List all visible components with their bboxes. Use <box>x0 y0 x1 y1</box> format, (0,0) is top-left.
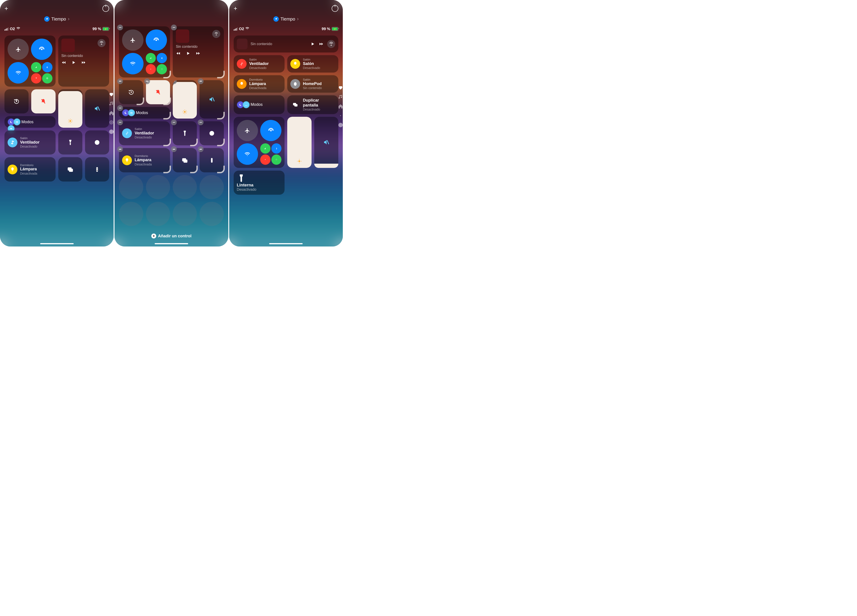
home-lamp-edit[interactable]: Dormitorio Lámpara Desactivada <box>119 148 170 172</box>
connectivity-tile[interactable] <box>234 117 285 168</box>
media-compact-tile[interactable]: Sin contenido <box>234 36 338 53</box>
page-add-icon[interactable] <box>109 129 114 135</box>
home-homepod-tile[interactable]: SalónHomePodSin contenido <box>287 75 338 93</box>
airplane-mode-button[interactable] <box>8 39 29 60</box>
orientation-lock-button[interactable] <box>5 89 29 113</box>
resize-handle[interactable] <box>136 98 144 105</box>
page-heart-icon[interactable] <box>109 91 114 97</box>
timer-edit[interactable] <box>200 121 224 145</box>
remove-button[interactable] <box>171 146 177 152</box>
connectivity-mini[interactable] <box>31 62 52 83</box>
play-icon[interactable] <box>186 51 190 56</box>
prev-icon[interactable] <box>176 51 181 56</box>
home-lamp-bedroom-tile[interactable]: DormitorioLámparaDesactivada <box>234 75 285 93</box>
breadcrumb[interactable]: Tiempo › <box>234 16 338 22</box>
breadcrumb[interactable]: Tiempo › <box>5 16 109 22</box>
resize-handle[interactable] <box>163 71 171 78</box>
page-music-icon[interactable] <box>338 94 343 99</box>
add-control-button[interactable]: + Añadir un control <box>151 234 192 238</box>
connectivity-tile-edit[interactable] <box>119 26 170 77</box>
resize-handle[interactable] <box>217 112 225 119</box>
flashlight-big-tile[interactable]: Linterna Desactivado <box>234 170 285 195</box>
brightness-slider[interactable] <box>58 89 82 128</box>
page-heart-icon[interactable] <box>338 85 343 90</box>
resize-handle[interactable] <box>190 166 198 173</box>
power-icon[interactable] <box>332 5 338 12</box>
remove-button[interactable] <box>198 78 204 84</box>
next-icon[interactable] <box>319 42 323 46</box>
page-home-icon[interactable] <box>109 110 114 116</box>
empty-slot[interactable] <box>119 175 143 199</box>
add-button[interactable]: + <box>5 5 8 12</box>
resize-handle[interactable] <box>163 139 171 146</box>
resize-handle[interactable] <box>190 139 198 146</box>
mute-button[interactable] <box>85 89 109 128</box>
connectivity-tile[interactable] <box>5 36 56 87</box>
resize-handle[interactable] <box>163 166 171 173</box>
airdrop-button[interactable] <box>31 39 52 60</box>
add-button[interactable]: + <box>234 5 237 12</box>
resize-handle[interactable] <box>217 139 225 146</box>
media-tile-edit[interactable]: Sin contenido <box>173 26 224 77</box>
page-connectivity-icon[interactable] <box>109 120 114 125</box>
empty-slot[interactable] <box>146 202 170 226</box>
remote-edit[interactable] <box>200 148 224 172</box>
remove-button[interactable] <box>144 78 150 84</box>
airplay-button[interactable] <box>327 40 335 48</box>
timer-button[interactable] <box>85 130 109 155</box>
volume-slider[interactable] <box>314 117 338 168</box>
airplay-button[interactable] <box>212 30 220 38</box>
media-tile[interactable]: Sin contenido <box>58 36 109 87</box>
play-icon[interactable] <box>310 42 315 46</box>
screen-mirror-button[interactable] <box>58 157 82 181</box>
wifi-button[interactable] <box>237 143 258 164</box>
remove-button[interactable] <box>171 119 177 125</box>
empty-slot[interactable] <box>119 202 143 226</box>
home-indicator[interactable] <box>269 243 303 244</box>
empty-slot[interactable] <box>200 202 224 226</box>
silent-mode-edit[interactable] <box>146 80 170 104</box>
page-home-icon[interactable] <box>338 104 343 109</box>
airplane-mode-button[interactable] <box>237 120 258 141</box>
prev-icon[interactable] <box>61 60 66 65</box>
next-icon[interactable] <box>195 51 200 56</box>
orientation-lock-edit[interactable] <box>119 80 143 104</box>
empty-slot[interactable] <box>200 175 224 199</box>
silent-mode-button[interactable] <box>31 89 55 113</box>
empty-slot[interactable] <box>173 175 197 199</box>
wifi-button[interactable] <box>122 53 143 74</box>
page-music-icon[interactable] <box>109 101 114 106</box>
resize-handle[interactable] <box>217 166 225 173</box>
airplay-button[interactable] <box>97 39 105 47</box>
remove-button[interactable] <box>171 25 177 30</box>
screen-mirror-edit[interactable] <box>173 148 197 172</box>
home-salon-tile[interactable]: SalónSalónDesactivado <box>287 55 338 73</box>
flashlight-edit[interactable] <box>173 121 197 145</box>
wifi-button[interactable] <box>8 62 29 83</box>
focus-modes-tile[interactable]: Modos <box>234 95 285 114</box>
remote-button[interactable] <box>85 157 109 181</box>
flashlight-button[interactable] <box>58 130 82 155</box>
resize-handle[interactable] <box>217 71 225 78</box>
resize-handle[interactable] <box>163 112 171 119</box>
power-icon[interactable] <box>102 5 109 12</box>
remove-button[interactable] <box>117 25 123 30</box>
mute-edit[interactable] <box>200 80 224 119</box>
remove-button[interactable] <box>117 78 123 84</box>
brightness-slider[interactable] <box>287 117 311 168</box>
remove-button[interactable] <box>117 146 123 152</box>
resize-handle[interactable] <box>190 112 197 119</box>
airdrop-button[interactable] <box>260 120 282 141</box>
remove-button[interactable] <box>198 146 204 152</box>
focus-modes-tile[interactable]: Modos <box>5 116 56 128</box>
home-fan-edit[interactable]: Salón Ventilador Desactivado <box>119 121 170 145</box>
home-indicator[interactable] <box>40 243 74 244</box>
page-add-icon[interactable] <box>338 122 343 128</box>
home-fan-tile[interactable]: SalónVentiladorDesactivado <box>234 55 285 73</box>
screen-mirror-tile[interactable]: Duplicar pantallaDesactivado <box>287 95 338 114</box>
page-connectivity-icon[interactable] <box>338 113 343 118</box>
empty-slot[interactable] <box>146 175 170 199</box>
home-fan-tile[interactable]: Salón Ventilador Desactivado <box>5 130 56 155</box>
airdrop-button[interactable] <box>146 29 167 51</box>
focus-modes-edit[interactable]: Modos <box>119 107 170 119</box>
